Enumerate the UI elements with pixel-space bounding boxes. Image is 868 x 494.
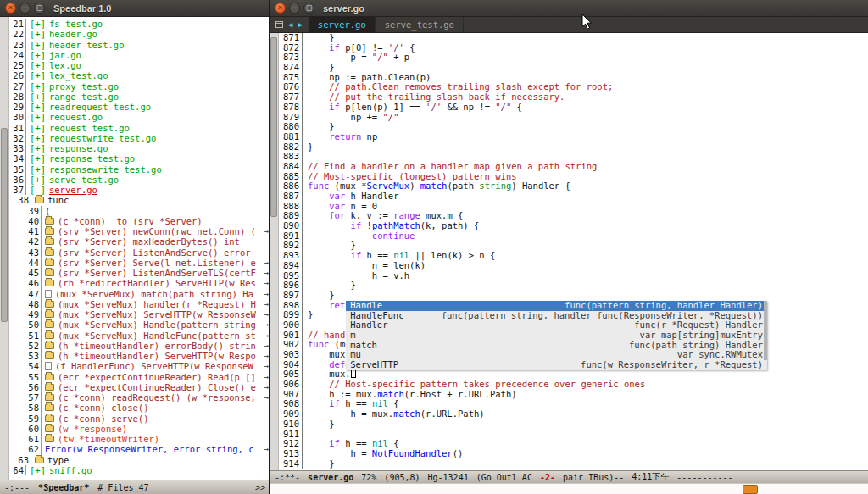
expand-toggle[interactable]: [+] <box>30 92 46 102</box>
code-line[interactable]: 891 continue <box>279 231 868 241</box>
speedbar-row[interactable]: 63type <box>9 455 270 465</box>
expand-toggle[interactable]: [+] <box>30 40 46 50</box>
speedbar-row[interactable]: 29[+]readrequest_test.go <box>9 102 270 112</box>
speedbar-row[interactable]: 40(c *conn) to (srv *Server) <box>9 216 270 226</box>
completion-item[interactable]: ServeHTTPfunc(w ResponseWriter, r *Reque… <box>346 360 767 370</box>
editor-scrollbar[interactable] <box>270 33 279 470</box>
speedbar-row[interactable]: 41(srv *Server) newConn(rwc net.Conn) (→ <box>9 226 270 236</box>
speedbar-row[interactable]: 54(f HandlerFunc) ServeHTTP(w ResponseW→ <box>9 361 270 371</box>
speedbar-row[interactable]: 55(ecr *expectContinueReader) Read(p []→ <box>9 372 270 382</box>
modeline-scroll-buttons[interactable]: >> <box>255 483 265 492</box>
completion-item[interactable]: Handlefunc(pattern string, handler Handl… <box>346 301 767 311</box>
speedbar-row[interactable]: 39( <box>9 206 270 216</box>
expand-toggle[interactable]: [+] <box>30 29 46 39</box>
speedbar-row[interactable]: 34[+]response_test.go <box>9 153 270 164</box>
expand-toggle[interactable]: [-] <box>30 185 46 195</box>
speedbar-row[interactable]: 26[+]lex_test.go <box>9 70 270 80</box>
speedbar-row[interactable]: 21[+]fs_test.go <box>9 19 270 29</box>
minimize-button[interactable]: − <box>19 3 31 14</box>
maximize-button[interactable]: ◻ <box>34 3 45 14</box>
minimize-button[interactable]: − <box>289 3 300 14</box>
speedbar-row[interactable]: 45(srv *Server) ListenAndServeTLS(certF→ <box>9 268 270 278</box>
line-number: 47 <box>25 289 42 299</box>
speedbar-row[interactable]: 46(rh *redirectHandler) ServeHTTP(w Res→ <box>9 278 270 288</box>
speedbar-row[interactable]: 37[-]server.go <box>9 185 270 195</box>
prev-tab-icon[interactable]: ◀ <box>288 21 292 29</box>
speedbar-row[interactable]: 53(h *timeoutHandler) ServeHTTP(w Respo→ <box>9 351 270 361</box>
close-button[interactable]: × <box>5 3 16 14</box>
expand-toggle[interactable]: [+] <box>30 123 46 133</box>
expand-toggle[interactable]: [+] <box>30 60 46 70</box>
expand-toggle[interactable]: [+] <box>30 143 46 153</box>
close-button[interactable]: × <box>275 3 286 14</box>
code-line[interactable]: 879 np += "/" <box>279 113 868 123</box>
maximize-button[interactable]: ◻ <box>303 3 314 14</box>
expand-toggle[interactable]: [+] <box>30 133 46 143</box>
speedbar-row[interactable]: 60(w *response) <box>9 424 270 434</box>
expand-toggle[interactable]: [+] <box>30 164 46 175</box>
code-line[interactable]: 914 } <box>279 459 868 469</box>
expand-toggle[interactable]: [+] <box>30 175 46 185</box>
speedbar-row[interactable]: 51(mux *ServeMux) HandleFunc(pattern st→ <box>9 330 270 341</box>
code-line[interactable]: 881 return np <box>279 132 868 142</box>
expand-toggle[interactable]: [+] <box>30 70 46 80</box>
truncation-arrow-icon: → <box>264 319 269 330</box>
speedbar-row[interactable]: 61(tw *timeoutWriter) <box>9 434 270 444</box>
speedbar-row[interactable]: 58(c *conn) close() <box>9 402 270 413</box>
speedbar-row[interactable]: 27[+]proxy_test.go <box>9 81 270 92</box>
speedbar-row[interactable]: 57(c *conn) readRequest() (w *response,→ <box>9 392 270 402</box>
speedbar-row[interactable]: 47(mux *ServeMux) match(path string) Ha→ <box>9 289 270 299</box>
speedbar-scrollbar[interactable] <box>0 17 9 480</box>
tab-server-go[interactable]: server.go <box>309 17 376 32</box>
speedbar-row[interactable]: 49(mux *ServeMux) ServeHTTP(w ResponseW→ <box>9 309 270 319</box>
speedbar-titlebar[interactable]: × − ◻ Speedbar 1.0 <box>0 0 270 17</box>
expand-toggle[interactable]: [+] <box>30 112 46 122</box>
speedbar-row[interactable]: 56(ecr *expectContinueReader) Close() e→ <box>9 382 270 392</box>
speedbar-row[interactable]: 28[+]range_test.go <box>9 92 270 102</box>
speedbar-row[interactable]: 35[+]responsewrite_test.go <box>9 164 270 175</box>
speedbar-row[interactable]: 50(mux *ServeMux) Handle(pattern string→ <box>9 319 270 330</box>
next-tab-icon[interactable]: ▶ <box>298 21 302 29</box>
line-number: 914 <box>279 459 303 469</box>
speedbar-row[interactable]: 64[+]sniff.go <box>9 465 270 475</box>
code-line[interactable]: 909 h = mux.match(r.URL.Path) <box>279 409 868 419</box>
speedbar-row[interactable]: 62Error(w ResponseWriter, error string, … <box>9 444 270 454</box>
expand-toggle[interactable]: [+] <box>30 19 46 29</box>
scrollbar-thumb[interactable] <box>270 37 277 217</box>
speedbar-row[interactable]: 59(c *conn) serve() <box>9 414 270 424</box>
speedbar-row[interactable]: 52(h *timeoutHandler) errorBody() strin→ <box>9 341 270 351</box>
expand-toggle[interactable]: [+] <box>30 81 46 92</box>
code-line[interactable]: 910 } <box>279 419 868 430</box>
speedbar-row[interactable]: 42(srv *Server) maxHeaderBytes() int <box>9 236 270 247</box>
speedbar-row[interactable]: 48(mux *ServeMux) handler(r *Request) H→ <box>9 299 270 309</box>
speedbar-row[interactable]: 32[+]requestwrite_test.go <box>9 133 270 143</box>
window-icon[interactable] <box>275 21 283 28</box>
speedbar-row[interactable]: 24[+]jar.go <box>9 50 270 60</box>
speedbar-row[interactable]: 22[+]header.go <box>9 29 270 39</box>
speedbar-row[interactable]: 33[+]response.go <box>9 143 270 153</box>
tab-serve_test-go[interactable]: serve_test.go <box>376 17 464 32</box>
code-line[interactable]: 882} <box>279 142 868 153</box>
scrollbar-thumb[interactable] <box>1 128 8 322</box>
editor-titlebar[interactable]: × − ◻ server.go <box>270 0 868 17</box>
speedbar-row[interactable]: 44(srv *Server) Serve(l net.Listener) e→ <box>9 258 270 268</box>
expand-toggle[interactable]: [+] <box>30 153 46 164</box>
code-line[interactable]: 896 } <box>279 280 868 291</box>
expand-toggle[interactable]: [+] <box>30 50 46 60</box>
speedbar-row[interactable]: 31[+]request_test.go <box>9 123 270 133</box>
code-buffer[interactable]: 871 }872 if p[0] != '/' {873 p = "/" + p… <box>279 33 868 470</box>
popup-scrollbar[interactable] <box>764 301 767 360</box>
code-line[interactable]: 873 p = "/" + p <box>279 53 868 63</box>
line-number: 64 <box>9 465 26 475</box>
speedbar-row[interactable]: 38func <box>9 195 270 205</box>
expand-toggle[interactable]: [+] <box>30 102 46 112</box>
code-line[interactable]: 913 h = NotFoundHandler() <box>279 449 868 459</box>
speedbar-row[interactable]: 36[+]serve_test.go <box>9 175 270 185</box>
speedbar-row[interactable]: 23[+]header_test.go <box>9 40 270 50</box>
expand-toggle[interactable]: [+] <box>30 465 46 475</box>
speedbar-row[interactable]: 25[+]lex.go <box>9 60 270 70</box>
speedbar-row[interactable]: 43(srv *Server) ListenAndServe() error <box>9 247 270 258</box>
code-line[interactable]: 895 h = v.h <box>279 271 868 281</box>
speedbar-row[interactable]: 30[+]request.go <box>9 112 270 122</box>
completion-item[interactable]: mvar map[string]muxEntry <box>346 330 767 341</box>
